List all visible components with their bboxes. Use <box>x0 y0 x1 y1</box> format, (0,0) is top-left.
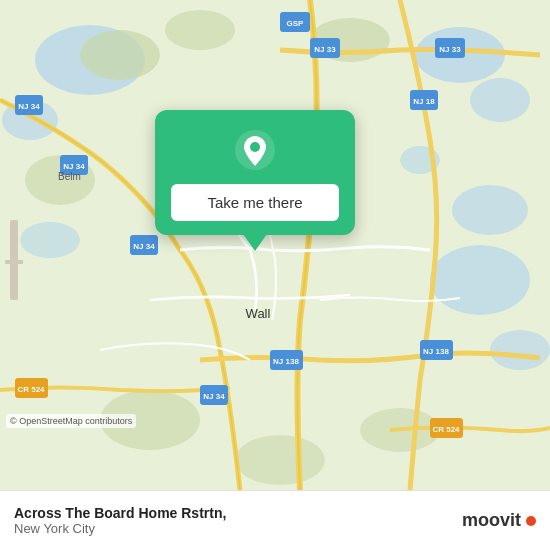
svg-point-15 <box>235 435 325 485</box>
svg-text:NJ 138: NJ 138 <box>423 347 449 356</box>
destination-name: Across The Board Home Rstrtn, <box>14 505 226 521</box>
moovit-dot-icon <box>526 516 536 526</box>
destination-city: New York City <box>14 521 226 536</box>
osm-attribution: © OpenStreetMap contributors <box>6 414 136 428</box>
take-me-there-button[interactable]: Take me there <box>171 184 339 221</box>
svg-text:Belm: Belm <box>58 171 81 182</box>
svg-text:GSP: GSP <box>287 19 305 28</box>
svg-text:Wall: Wall <box>246 306 271 321</box>
svg-point-11 <box>165 10 235 50</box>
svg-text:NJ 34: NJ 34 <box>63 162 85 171</box>
location-pin-icon <box>233 128 277 172</box>
svg-point-6 <box>452 185 528 235</box>
svg-point-8 <box>490 330 550 370</box>
popup-triangle <box>243 234 267 251</box>
svg-point-10 <box>80 30 160 80</box>
svg-text:NJ 138: NJ 138 <box>273 357 299 366</box>
popup-card: Take me there <box>155 110 355 235</box>
destination-info: Across The Board Home Rstrtn, New York C… <box>14 505 226 536</box>
svg-rect-18 <box>5 260 23 264</box>
map-container: NJ 34 NJ 34 NJ 34 NJ 34 GSP NJ 33 NJ 33 … <box>0 0 550 490</box>
svg-text:NJ 34: NJ 34 <box>203 392 225 401</box>
moovit-logo: moovit <box>462 510 536 531</box>
svg-text:NJ 18: NJ 18 <box>413 97 435 106</box>
svg-text:NJ 34: NJ 34 <box>133 242 155 251</box>
svg-point-46 <box>250 142 260 152</box>
svg-text:NJ 34: NJ 34 <box>18 102 40 111</box>
svg-point-9 <box>20 222 80 258</box>
svg-text:CR 524: CR 524 <box>17 385 45 394</box>
svg-text:CR 524: CR 524 <box>432 425 460 434</box>
moovit-brand-text: moovit <box>462 510 521 531</box>
svg-point-4 <box>470 78 530 122</box>
bottom-bar: Across The Board Home Rstrtn, New York C… <box>0 490 550 550</box>
svg-text:NJ 33: NJ 33 <box>314 45 336 54</box>
svg-point-7 <box>430 245 530 315</box>
svg-text:NJ 33: NJ 33 <box>439 45 461 54</box>
